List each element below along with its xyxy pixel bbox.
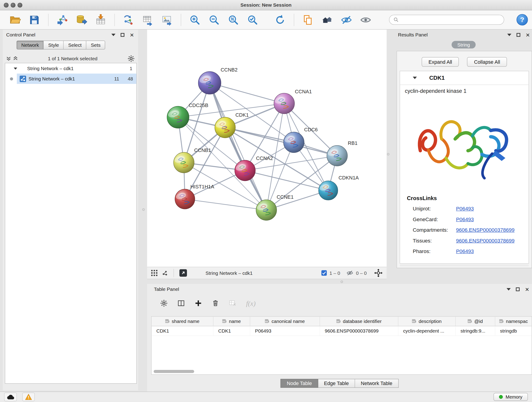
zoom-out-icon[interactable]	[208, 13, 220, 26]
column-header-shared-name[interactable]: shared name	[152, 317, 214, 326]
network-node-CCNA2[interactable]	[235, 160, 255, 181]
network-collection-row[interactable]: String Network – cdk1 1	[5, 63, 137, 74]
collapse-all-button[interactable]: Collapse All	[467, 57, 507, 67]
crosslink-link-uniprot[interactable]: P06493	[456, 206, 474, 211]
panel-close-icon[interactable]: ✕	[525, 287, 529, 292]
table-cell[interactable]: stringdb	[495, 326, 532, 336]
warnings-button[interactable]	[22, 393, 35, 402]
table-cell[interactable]: cyclin-dependent ...	[399, 326, 456, 336]
collapse-all-tree-icon[interactable]	[13, 56, 18, 61]
column-header-canonical-name[interactable]: canonical name	[250, 317, 320, 326]
table-cell[interactable]: CDK1	[214, 326, 250, 336]
show-all-eye-icon[interactable]	[360, 13, 372, 26]
network-canvas[interactable]: CCNB2CCNA1CDC25BCDK1CDC6RB1CCNB1CCNA2CDK…	[147, 30, 387, 267]
string-tab-badge[interactable]: String	[452, 41, 476, 49]
search-box[interactable]	[389, 15, 504, 25]
show-columns-icon[interactable]	[177, 300, 185, 307]
column-header-namespac[interactable]: namespac	[495, 317, 532, 326]
cloud-status-button[interactable]	[4, 393, 17, 402]
network-node-CCNB1[interactable]	[174, 153, 194, 173]
import-network-database-icon[interactable]	[75, 13, 88, 26]
selected-checkbox-icon[interactable]	[321, 270, 327, 276]
crosslink-link-pharos[interactable]: P06493	[456, 248, 474, 254]
network-node-RB1[interactable]	[327, 146, 348, 166]
network-glyph-icon[interactable]	[162, 270, 168, 276]
zoom-selected-icon[interactable]	[247, 13, 259, 26]
panel-close-icon[interactable]: ✕	[526, 32, 530, 37]
window-minimize-button[interactable]	[11, 3, 16, 7]
table-cell[interactable]: P06493	[250, 326, 320, 336]
network-row-selected[interactable]: String Network – cdk1 11 48	[5, 74, 137, 84]
table-tab-node-table[interactable]: Node Table	[281, 379, 318, 388]
panel-menu-icon[interactable]	[507, 33, 512, 36]
panel-float-icon[interactable]	[516, 287, 520, 291]
pan-crosshair-icon[interactable]	[374, 269, 383, 277]
splitter-handle[interactable]	[387, 153, 389, 156]
memory-button[interactable]: Memory	[494, 393, 528, 401]
zoom-fit-icon[interactable]	[227, 13, 240, 26]
network-edge-HIST1H1A-CCNE1[interactable]	[185, 199, 266, 210]
crosslink-link-compartments[interactable]: 9606.ENSP00000378699	[456, 227, 515, 233]
delete-column-trash-icon[interactable]	[212, 300, 219, 307]
network-edge-CCNB2-CCNA1[interactable]	[210, 83, 284, 104]
tree-disclosure-icon[interactable]	[14, 67, 17, 70]
collapse-protein-icon[interactable]	[413, 77, 417, 79]
save-session-icon[interactable]	[28, 13, 41, 26]
refresh-icon[interactable]	[274, 13, 286, 26]
network-node-CDC6[interactable]	[284, 132, 304, 153]
panel-menu-icon[interactable]	[112, 33, 116, 36]
column-header-name[interactable]: name	[214, 317, 250, 326]
search-input[interactable]	[401, 17, 500, 22]
crosslink-link-genecard[interactable]: P06493	[456, 216, 474, 222]
zoom-in-icon[interactable]	[189, 13, 201, 26]
table-tab-edge-table[interactable]: Edge Table	[318, 379, 355, 388]
table-cell[interactable]: CDK1	[152, 326, 214, 336]
copy-icon[interactable]	[302, 13, 314, 26]
expand-all-tree-icon[interactable]	[6, 56, 11, 61]
results-scrollbar[interactable]	[400, 264, 529, 267]
export-image-icon[interactable]	[161, 13, 173, 26]
network-node-CDC25B[interactable]	[167, 106, 189, 128]
network-edge-CCNB2-CCNE1[interactable]	[210, 83, 266, 210]
import-network-file-icon[interactable]	[56, 13, 69, 26]
column-header-database-identifier[interactable]: database identifier	[320, 317, 399, 326]
control-tab-sets[interactable]: Sets	[86, 41, 105, 50]
import-table-icon[interactable]	[95, 13, 107, 26]
column-header-id[interactable]: @id	[456, 317, 495, 326]
grid-view-icon[interactable]	[151, 270, 157, 276]
table-row[interactable]: CDK1CDK1P064939606.ENSP00000378699cyclin…	[152, 326, 532, 336]
network-node-CCNE1[interactable]	[256, 200, 277, 220]
network-node-CCNB2[interactable]	[198, 71, 221, 94]
home-icon[interactable]	[321, 13, 333, 26]
panel-close-icon[interactable]: ✕	[130, 32, 134, 37]
control-tab-network[interactable]: Network	[17, 41, 44, 50]
hide-selected-eye-slash-icon[interactable]	[340, 13, 353, 26]
open-session-icon[interactable]	[9, 13, 21, 26]
table-hscrollbar[interactable]	[154, 370, 194, 373]
table-cell[interactable]: stringdb:9...	[456, 326, 495, 336]
hidden-eye-slash-icon[interactable]	[346, 269, 353, 276]
table-cell[interactable]: 9606.ENSP00000378699	[320, 326, 399, 336]
splitter-handle[interactable]	[142, 208, 145, 211]
panel-float-icon[interactable]	[517, 33, 520, 37]
window-close-button[interactable]	[4, 3, 9, 7]
export-table-icon[interactable]	[142, 13, 154, 26]
help-button[interactable]: ?	[517, 14, 528, 26]
network-edge-CDK1-RB1[interactable]	[225, 128, 337, 156]
table-tab-network-table[interactable]: Network Table	[355, 379, 399, 388]
panel-menu-icon[interactable]	[507, 288, 511, 290]
birdseye-view-icon[interactable]	[179, 269, 187, 277]
panel-float-icon[interactable]	[121, 33, 125, 37]
table-settings-gear-icon[interactable]	[160, 300, 168, 307]
control-tab-select[interactable]: Select	[64, 41, 86, 50]
control-tab-style[interactable]: Style	[44, 41, 64, 50]
column-header-description[interactable]: description	[399, 317, 456, 326]
network-node-CDK1[interactable]	[215, 117, 235, 138]
crosslink-link-tissues[interactable]: 9606.ENSP00000378699	[456, 238, 515, 244]
splitter-handle[interactable]	[341, 281, 343, 283]
window-zoom-button[interactable]	[18, 3, 22, 7]
gear-icon[interactable]	[128, 55, 135, 62]
export-network-icon[interactable]	[122, 13, 135, 26]
network-node-HIST1H1A[interactable]	[175, 189, 195, 209]
protein-card-header[interactable]: CDK1	[400, 71, 529, 85]
